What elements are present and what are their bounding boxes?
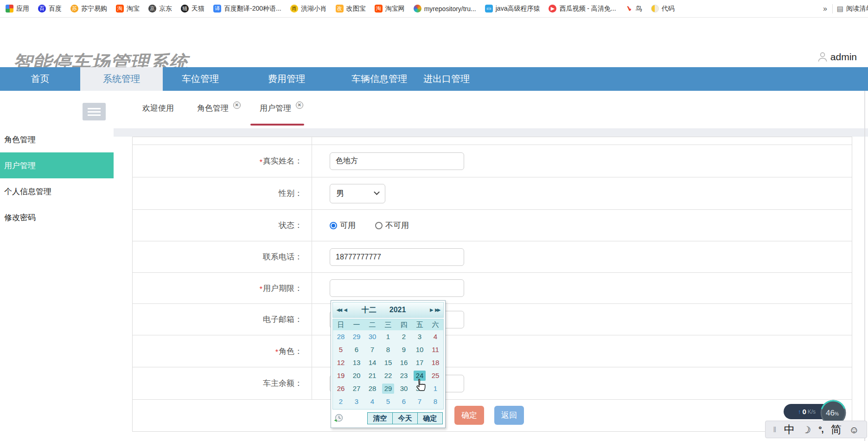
calendar-day[interactable]: 23 — [398, 371, 410, 381]
bookmark-item[interactable]: myrepository/tru... — [414, 5, 476, 13]
reading-list-button[interactable]: ▤ 阅读清单 — [837, 5, 868, 13]
calendar-day[interactable]: 5 — [335, 345, 347, 355]
calendar-day[interactable]: 8 — [382, 345, 394, 355]
submit-button[interactable]: 确定 — [454, 406, 484, 425]
bookmark-item[interactable]: 应用 — [6, 5, 29, 13]
time-picker-icon[interactable] — [333, 413, 344, 423]
nav-item[interactable]: 进出口管理 — [423, 67, 470, 91]
calendar-day[interactable]: 25 — [429, 371, 441, 381]
sidebar-toggle-button[interactable] — [83, 103, 106, 120]
ime-button[interactable]: 中 — [784, 424, 795, 435]
user-menu[interactable]: admin — [817, 51, 857, 63]
nav-item[interactable]: 系统管理 — [80, 67, 163, 91]
required-asterisk: * — [275, 348, 278, 357]
ime-button[interactable]: ‖ — [773, 426, 776, 434]
calendar-day[interactable]: 17 — [414, 358, 426, 368]
calendar-day[interactable]: 11 — [429, 345, 441, 355]
scrollbar[interactable] — [864, 91, 865, 441]
calendar-day[interactable]: 12 — [335, 358, 347, 368]
tab-close-icon[interactable]: ✕ — [296, 101, 303, 109]
year-select[interactable]: 2021 — [389, 306, 406, 314]
bookmark-item[interactable]: 京 京东 — [148, 5, 172, 13]
realname-input[interactable] — [330, 152, 464, 170]
bookmark-item[interactable]: ✔ 鸟 — [625, 5, 642, 13]
bookmark-item[interactable]: ▶ 西瓜视频 - 高清免... — [549, 5, 616, 13]
prev-year-icon[interactable]: ◀◀ — [335, 308, 343, 312]
calendar-day[interactable]: 16 — [398, 358, 410, 368]
calendar-day[interactable]: 30 — [366, 332, 378, 342]
bookmark-item[interactable]: 肖 洪湖小肖 — [290, 5, 327, 13]
calendar-day[interactable]: 30 — [398, 384, 410, 394]
calendar-day[interactable]: 28 — [366, 384, 378, 394]
calendar-day[interactable]: 1 — [429, 384, 441, 394]
calendar-day[interactable]: 22 — [382, 371, 394, 381]
tab[interactable]: 欢迎使用 ✕ — [142, 102, 174, 114]
nav-item[interactable]: 车位管理 — [163, 67, 238, 91]
sidebar-item[interactable]: 角色管理 — [0, 126, 114, 152]
calendar-day[interactable]: 7 — [414, 397, 426, 407]
ime-button[interactable]: °, — [818, 425, 823, 434]
calendar-day[interactable]: 14 — [366, 358, 378, 368]
phone-input[interactable] — [330, 248, 464, 266]
calendar-day[interactable]: 3 — [414, 332, 426, 342]
bookmark-item[interactable]: 百 百度 — [38, 5, 62, 13]
calendar-day[interactable]: 19 — [335, 371, 347, 381]
status-enabled-radio[interactable] — [330, 222, 337, 229]
calendar-day[interactable]: 18 — [429, 358, 441, 368]
sidebar-item[interactable]: 修改密码 — [0, 204, 114, 230]
calendar-day[interactable]: 2 — [398, 332, 410, 342]
prev-month-icon[interactable]: ◀ — [343, 308, 348, 312]
bookmark-item[interactable]: 淘 淘宝网 — [375, 5, 405, 13]
calendar-day[interactable]: 8 — [429, 397, 441, 407]
calendar-day[interactable]: 1 — [382, 332, 394, 342]
next-year-icon[interactable]: ▶▶ — [434, 308, 441, 312]
calendar-day[interactable]: 28 — [335, 332, 347, 342]
calendar-day[interactable]: 21 — [366, 371, 378, 381]
back-button[interactable]: 返回 — [494, 406, 524, 425]
user-term-date-input[interactable] — [330, 279, 464, 297]
calendar-ok-button[interactable]: 确定 — [417, 412, 443, 424]
calendar-day[interactable]: 7 — [366, 345, 378, 355]
bookmark-item[interactable]: 苏 苏宁易购 — [70, 5, 107, 13]
calendar-day[interactable]: 15 — [382, 358, 394, 368]
calendar-day[interactable]: 27 — [351, 384, 363, 394]
calendar-day[interactable]: 26 — [335, 384, 347, 394]
status-disabled-radio[interactable] — [375, 222, 383, 229]
ime-button[interactable]: 简 — [831, 424, 842, 435]
calendar-day[interactable]: 6 — [351, 345, 363, 355]
calendar-day[interactable]: 6 — [398, 397, 410, 407]
calendar-day[interactable]: 2 — [335, 397, 347, 407]
calendar-day[interactable]: 4 — [366, 397, 378, 407]
calendar-day[interactable]: 10 — [414, 345, 426, 355]
calendar-day[interactable]: 29 — [351, 332, 363, 342]
bookmark-item[interactable]: 淘 淘宝 — [116, 5, 140, 13]
nav-item[interactable]: 首页 — [0, 67, 80, 91]
bookmark-item[interactable]: 译 百度翻译-200种语... — [213, 5, 281, 13]
month-select[interactable]: 十二 — [362, 305, 377, 315]
bookmark-item[interactable]: 代码 — [651, 5, 675, 13]
calendar-day[interactable]: 29 — [382, 384, 394, 394]
bookmark-item[interactable]: 猫 天猫 — [181, 5, 204, 13]
sidebar-item[interactable]: 个人信息管理 — [0, 178, 114, 204]
sidebar-item[interactable]: 用户管理 — [0, 152, 114, 178]
nav-item[interactable]: 费用管理 — [238, 67, 335, 91]
calendar-clear-button[interactable]: 清空 — [367, 412, 393, 424]
calendar-day[interactable]: 9 — [398, 345, 410, 355]
bookmarks-overflow-chevron[interactable]: » — [822, 5, 828, 13]
calendar-day[interactable]: 20 — [351, 371, 363, 381]
tab-close-icon[interactable]: ✕ — [233, 101, 241, 109]
calendar-day[interactable]: 3 — [351, 397, 363, 407]
nav-item[interactable]: 车辆信息管理 — [335, 67, 423, 91]
bookmark-item[interactable]: 改 改图宝 — [336, 5, 366, 13]
gender-select[interactable]: 男 — [330, 184, 385, 203]
ime-button[interactable]: ☽ — [801, 424, 812, 435]
calendar-day[interactable]: 5 — [382, 397, 394, 407]
tab[interactable]: 角色管理 ✕ — [197, 102, 241, 114]
bookmark-item[interactable]: ▭ java高级程序猿 — [485, 5, 540, 13]
calendar-day[interactable]: 13 — [351, 358, 363, 368]
ime-button[interactable]: ☺ — [849, 425, 859, 435]
calendar-today-button[interactable]: 今天 — [392, 412, 418, 424]
next-month-icon[interactable]: ▶ — [428, 308, 434, 312]
tab[interactable]: 用户管理 ✕ — [260, 102, 303, 114]
calendar-day[interactable]: 4 — [429, 332, 441, 342]
